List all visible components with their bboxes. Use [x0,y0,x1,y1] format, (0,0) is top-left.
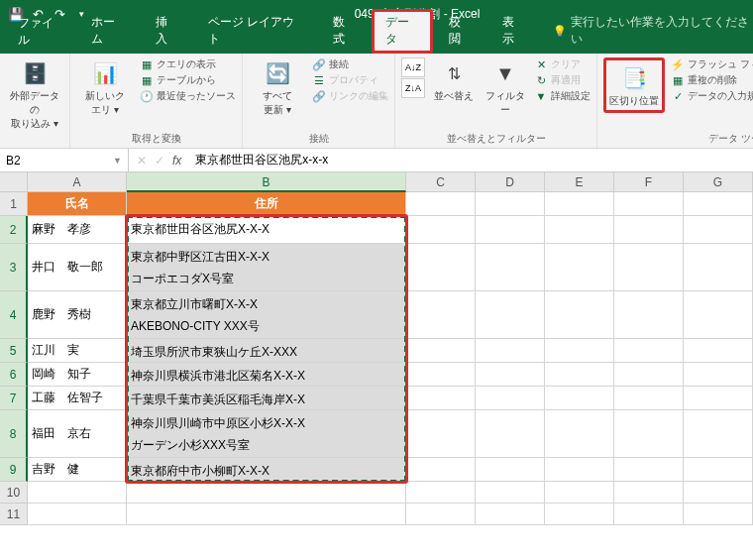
cell-D11[interactable] [476,504,545,525]
sort-button[interactable]: ⇅ 並べ替え [431,57,477,103]
text-to-columns-button[interactable]: 📑 区切り位置 [608,62,660,108]
cell-D4[interactable] [476,291,545,339]
connections-button[interactable]: 🔗接続 [312,57,388,71]
cell-E9[interactable] [545,458,614,482]
tab-view[interactable]: 表示 [488,9,539,54]
cell-D10[interactable] [476,482,545,504]
cell-F11[interactable] [614,504,684,525]
cell-E4[interactable] [545,291,614,339]
row-header-10[interactable]: 10 [0,482,28,504]
tab-pagelayout[interactable]: ページ レイアウト [194,9,317,54]
enter-formula-icon[interactable]: ✓ [155,154,164,168]
cell-D5[interactable] [476,339,545,363]
cell-A5[interactable]: 江川 実 [28,339,127,363]
cell-G2[interactable] [684,216,753,244]
cell-B4[interactable]: 東京都立川市曙町X-X-X AKEBONO-CITY XXX号 [127,291,406,339]
col-header-E[interactable]: E [545,172,614,192]
cell-D6[interactable] [476,363,545,387]
cell-F6[interactable] [614,363,684,387]
remove-duplicates-button[interactable]: ▦重複の削除 [671,73,753,87]
tab-review[interactable]: 校閲 [435,9,485,54]
cell-B11[interactable] [127,504,406,525]
cell-E6[interactable] [545,363,614,387]
cell-G6[interactable] [684,363,753,387]
recent-sources-button[interactable]: 🕐最近使ったソース [140,89,236,103]
col-header-C[interactable]: C [406,172,476,192]
col-header-G[interactable]: G [684,172,753,192]
row-header-1[interactable]: 1 [0,192,28,216]
cell-F8[interactable] [614,410,684,458]
cell-C1[interactable] [406,192,476,216]
cell-E2[interactable] [545,216,614,244]
cancel-formula-icon[interactable]: ✕ [137,154,147,168]
col-header-F[interactable]: F [614,172,684,192]
cell-A10[interactable] [28,482,127,504]
cell-B5[interactable]: 埼玉県所沢市東狭山ケ丘X-XXX [127,339,406,363]
cell-E8[interactable] [545,410,614,458]
cell-E7[interactable] [545,387,614,410]
col-header-B[interactable]: B [127,172,406,192]
cell-A2[interactable]: 麻野 孝彦 [28,216,127,244]
worksheet[interactable]: ABCDEFG 1234567891011 氏名住所麻野 孝彦東京都世田谷区池尻… [0,172,753,560]
cell-E3[interactable] [545,244,614,291]
cell-C11[interactable] [406,504,476,525]
cell-E11[interactable] [545,504,614,525]
show-queries-button[interactable]: ▦クエリの表示 [140,57,236,71]
cell-E10[interactable] [545,482,614,504]
cell-C10[interactable] [406,482,476,504]
cell-A7[interactable]: 工藤 佐智子 [28,387,127,410]
row-header-5[interactable]: 5 [0,339,28,363]
cell-C9[interactable] [406,458,476,482]
cell-F1[interactable] [614,192,684,216]
row-header-9[interactable]: 9 [0,458,28,482]
row-header-11[interactable]: 11 [0,504,28,525]
cell-B9[interactable]: 東京都府中市小柳町X-X-X [127,458,406,482]
cell-G1[interactable] [684,192,753,216]
from-table-button[interactable]: ▦テーブルから [140,73,236,87]
cell-G8[interactable] [684,410,753,458]
col-header-A[interactable]: A [28,172,127,192]
sort-asc-button[interactable]: A↓Z [401,57,425,77]
sort-desc-button[interactable]: Z↓A [401,78,425,98]
cell-E5[interactable] [545,339,614,363]
cell-B6[interactable]: 神奈川県横浜市港北区菊名X-X-X [127,363,406,387]
cell-D1[interactable] [476,192,545,216]
advanced-filter-button[interactable]: ▼詳細設定 [534,89,591,103]
cell-A1[interactable]: 氏名 [28,192,127,216]
cell-B2[interactable]: 東京都世田谷区池尻X-X-X [127,216,406,244]
cell-D2[interactable] [476,216,545,244]
cell-G10[interactable] [684,482,753,504]
cell-A11[interactable] [28,504,127,525]
cell-F2[interactable] [614,216,684,244]
cell-G11[interactable] [684,504,753,525]
row-header-6[interactable]: 6 [0,363,28,387]
cell-A3[interactable]: 井口 敬一郎 [28,244,127,291]
cell-A9[interactable]: 吉野 健 [28,458,127,482]
row-header-3[interactable]: 3 [0,244,28,291]
reapply-button[interactable]: ↻再適用 [534,73,591,87]
cell-D9[interactable] [476,458,545,482]
cell-F3[interactable] [614,244,684,291]
cell-F10[interactable] [614,482,684,504]
cell-G5[interactable] [684,339,753,363]
cell-E1[interactable] [545,192,614,216]
cell-C4[interactable] [406,291,476,339]
cell-B8[interactable]: 神奈川県川崎市中原区小杉X-X-X ガーデン小杉XXX号室 [127,410,406,458]
cell-F7[interactable] [614,387,684,410]
fx-icon[interactable]: fx [172,154,181,168]
tab-insert[interactable]: 挿入 [142,9,192,54]
edit-links-button[interactable]: 🔗リンクの編集 [312,89,388,103]
cell-F9[interactable] [614,458,684,482]
cell-C7[interactable] [406,387,476,410]
formula-input[interactable]: 東京都世田谷区池尻x-x-x [189,152,753,168]
cell-A6[interactable]: 岡崎 知子 [28,363,127,387]
new-query-button[interactable]: 📊 新しいク エリ ▾ [76,57,134,117]
tab-formulas[interactable]: 数式 [319,9,370,54]
refresh-all-button[interactable]: 🔄 すべて 更新 ▾ [249,57,306,117]
cell-B1[interactable]: 住所 [127,192,406,216]
select-all-corner[interactable] [0,172,28,192]
cell-B10[interactable] [127,482,406,504]
cell-D3[interactable] [476,244,545,291]
cell-C5[interactable] [406,339,476,363]
properties-button[interactable]: ☰プロパティ [312,73,388,87]
